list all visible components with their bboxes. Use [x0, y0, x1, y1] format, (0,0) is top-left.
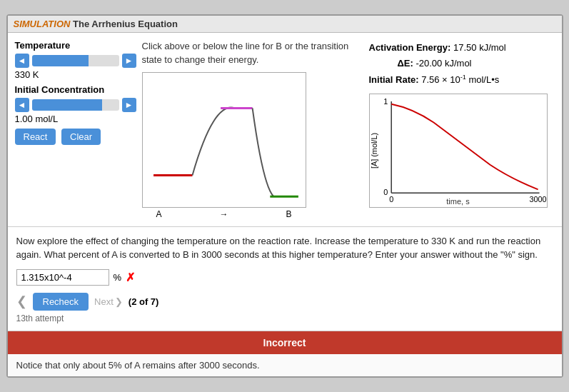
- delta-e-value: -20.00 kJ/mol: [416, 58, 471, 69]
- concentration-decrease-btn[interactable]: ◄: [15, 98, 29, 112]
- temperature-value: 330 K: [15, 69, 136, 80]
- delta-e-label: ΔE:: [398, 58, 413, 69]
- progress-label: (2 of 7): [129, 296, 159, 307]
- time-axis-label: time, s: [446, 197, 469, 206]
- incorrect-icon: ✗: [126, 271, 135, 284]
- percent-label: %: [114, 272, 122, 283]
- initial-rate-unit: mol/L•s: [466, 74, 499, 85]
- question-area: Now explore the effect of changing the t…: [8, 227, 562, 331]
- x-axis-labels: A → B: [142, 209, 306, 219]
- x-label-a: A: [156, 209, 162, 219]
- svg-text:3000: 3000: [529, 195, 546, 203]
- concentration-graph-svg: 1 0 [A] (mol/L) 0 3000: [370, 94, 547, 207]
- react-button[interactable]: React: [15, 129, 56, 145]
- svg-text:[A] (mol/L): [A] (mol/L): [370, 133, 378, 169]
- left-panel: Temperature ◄ ► 330 K Initial Concentrat…: [15, 40, 136, 218]
- answer-row: % ✗: [16, 269, 553, 286]
- next-chevron: ❯: [115, 296, 123, 307]
- temperature-slider-track[interactable]: [32, 55, 119, 66]
- action-buttons: React Clear: [15, 129, 136, 145]
- concentration-slider-row: ◄ ►: [15, 98, 136, 112]
- initial-rate-label: Initial Rate:: [369, 74, 419, 85]
- answer-input[interactable]: [16, 269, 109, 286]
- next-label: Next: [94, 296, 114, 307]
- svg-text:0: 0: [383, 188, 388, 196]
- activation-energy-value: 17.50 kJ/mol: [453, 42, 506, 53]
- initial-rate-value: 7.56 × 10: [421, 74, 460, 85]
- middle-panel: Click above or below the line for B or t…: [142, 40, 363, 218]
- right-panel: Activation Energy: 17.50 kJ/mol ΔE: -20.…: [369, 40, 555, 218]
- x-label-b: B: [286, 209, 291, 219]
- temperature-decrease-btn[interactable]: ◄: [15, 54, 29, 68]
- instruction-text: Click above or below the line for B or t…: [142, 40, 363, 66]
- button-row: ❮ Recheck Next ❯ (2 of 7): [16, 293, 553, 311]
- concentration-slider-track[interactable]: [32, 99, 119, 111]
- simulation-area: Temperature ◄ ► 330 K Initial Concentrat…: [8, 33, 562, 226]
- question-text: Now explore the effect of changing the t…: [16, 234, 553, 262]
- svg-text:0: 0: [389, 195, 393, 203]
- concentration-value: 1.00 mol/L: [15, 114, 136, 124]
- title-bar: SIMULATION The Arrhenius Equation: [8, 16, 562, 33]
- activation-energy-label: Activation Energy:: [369, 42, 451, 53]
- page-title: The Arrhenius Equation: [73, 19, 178, 29]
- temperature-increase-btn[interactable]: ►: [122, 54, 136, 68]
- main-container: SIMULATION The Arrhenius Equation Temper…: [6, 14, 563, 377]
- initial-rate-exp: -1: [460, 74, 466, 81]
- prev-button[interactable]: ❮: [16, 293, 27, 309]
- hint-box: Notice that only about 5% of A remains a…: [8, 354, 562, 376]
- concentration-increase-btn[interactable]: ►: [122, 98, 136, 112]
- x-label-arrow: →: [220, 209, 228, 219]
- energy-diagram-svg: [143, 73, 306, 207]
- next-button[interactable]: Next ❯: [94, 296, 123, 307]
- sim-label: SIMULATION: [14, 19, 71, 29]
- info-box: Activation Energy: 17.50 kJ/mol ΔE: -20.…: [369, 40, 555, 88]
- concentration-graph: 1 0 [A] (mol/L) 0 3000 time, s: [369, 94, 548, 208]
- svg-text:1: 1: [383, 97, 388, 106]
- concentration-label: Initial Concentration: [15, 84, 136, 95]
- incorrect-bar: Incorrect: [8, 331, 562, 354]
- energy-diagram-wrap: Energy →: [142, 72, 306, 219]
- temperature-slider-row: ◄ ►: [15, 54, 136, 68]
- recheck-button[interactable]: Recheck: [33, 293, 89, 311]
- energy-diagram[interactable]: [142, 72, 306, 208]
- attempt-text: 13th attempt: [16, 313, 553, 323]
- clear-button[interactable]: Clear: [61, 129, 101, 145]
- temperature-label: Temperature: [15, 40, 136, 51]
